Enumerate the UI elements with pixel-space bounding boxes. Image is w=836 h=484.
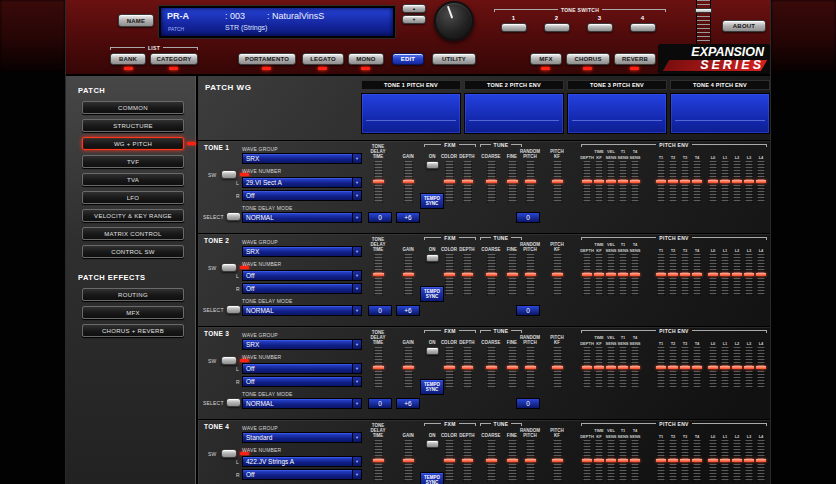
coarse-tune-slider[interactable] [487,440,496,482]
env-l1-slider[interactable] [721,254,729,296]
env-l3-slider[interactable] [745,440,753,482]
sidebar-item[interactable]: WG + PITCH [82,137,184,150]
env-t1-sens-slider[interactable] [619,161,627,203]
wave-number-left-dropdown[interactable]: Off ▼ [242,363,362,374]
wave-number-left-dropdown[interactable]: 422.JV Strings A ▼ [242,456,362,467]
sidebar-item[interactable]: TVA [82,173,184,186]
fxm-on-button[interactable] [426,440,439,448]
env-t1-sens-slider[interactable] [619,440,627,482]
env-t3-slider[interactable] [681,440,689,482]
tone-select-button[interactable] [226,212,241,221]
fxm-color-slider[interactable] [445,254,454,296]
env-depth-slider[interactable] [583,440,591,482]
random-pitch-slider[interactable] [526,254,535,296]
env-l2-slider[interactable] [733,347,741,389]
env-l3-slider[interactable] [745,161,753,203]
env-t2-slider[interactable] [669,347,677,389]
coarse-tune-slider[interactable] [487,254,496,296]
env-l1-slider[interactable] [721,161,729,203]
env-l3-slider[interactable] [745,347,753,389]
env-t4-slider[interactable] [693,347,701,389]
bank-button[interactable]: BANK [110,53,146,65]
env-time-kf-slider[interactable] [595,161,603,203]
value-down-button[interactable]: ▼ [402,15,426,24]
coarse-tune-slider[interactable] [487,347,496,389]
env-t3-slider[interactable] [681,161,689,203]
gain-slider[interactable] [404,440,413,482]
about-button[interactable]: ABOUT [722,20,766,32]
env-depth-slider[interactable] [583,347,591,389]
env-t4-sens-slider[interactable] [631,347,639,389]
wave-number-left-dropdown[interactable]: Off ▼ [242,270,362,281]
gain-slider[interactable] [404,347,413,389]
fxm-depth-slider[interactable] [463,440,472,482]
env-vel-sens-slider[interactable] [607,161,615,203]
env-l4-slider[interactable] [757,347,765,389]
tone-delay-mode-dropdown[interactable]: NORMAL ▼ [242,398,362,409]
wave-group-dropdown[interactable]: SRX ▼ [242,153,362,164]
pitch-kf-slider[interactable] [553,254,562,296]
sidebar-item[interactable]: ROUTING [82,288,184,301]
random-pitch-slider[interactable] [526,440,535,482]
wave-number-right-dropdown[interactable]: Off ▼ [242,376,362,387]
name-button[interactable]: NAME [118,14,154,27]
env-t4-slider[interactable] [693,254,701,296]
fxm-depth-slider[interactable] [463,161,472,203]
tone-sw-button[interactable] [221,263,237,272]
env-t1-slider[interactable] [657,347,665,389]
legato-button[interactable]: LEGATO [302,53,344,65]
fxm-on-button[interactable] [426,347,439,355]
tone-delay-time-value[interactable]: 0 [368,398,392,409]
tone-delay-time-value[interactable]: 0 [368,305,392,316]
tone-sw-button[interactable] [221,170,237,179]
tone-switch-button[interactable] [544,23,570,32]
gain-value[interactable]: +6 [396,212,420,223]
mfx-button[interactable]: MFX [530,53,562,65]
tone-select-button[interactable] [226,398,241,407]
sidebar-item[interactable]: STRUCTURE [82,119,184,132]
tempo-sync-button[interactable]: TEMPO SYNC [420,286,444,302]
tone-switch-button[interactable] [630,23,656,32]
env-l2-slider[interactable] [733,440,741,482]
wave-group-dropdown[interactable]: Standard ▼ [242,432,362,443]
sidebar-item[interactable]: VELOCITY & KEY RANGE [82,209,184,222]
tone-switch-button[interactable] [587,23,613,32]
random-pitch-value[interactable]: 0 [516,212,540,223]
pitch-kf-slider[interactable] [553,347,562,389]
env-l1-slider[interactable] [721,440,729,482]
env-l4-slider[interactable] [757,254,765,296]
level-knob[interactable] [434,1,474,41]
sidebar-item[interactable]: CONTROL SW [82,245,184,258]
env-t2-slider[interactable] [669,161,677,203]
tempo-sync-button[interactable]: TEMPO SYNC [420,379,444,395]
tone-delay-time-slider[interactable] [374,347,383,389]
env-t4-sens-slider[interactable] [631,254,639,296]
env-t1-slider[interactable] [657,254,665,296]
env-depth-slider[interactable] [583,161,591,203]
env-t4-slider[interactable] [693,440,701,482]
portamento-button[interactable]: PORTAMENTO [238,53,296,65]
random-pitch-slider[interactable] [526,347,535,389]
fxm-color-slider[interactable] [445,161,454,203]
env-l1-slider[interactable] [721,347,729,389]
chorus-button[interactable]: CHORUS [566,53,610,65]
fxm-color-slider[interactable] [445,440,454,482]
tempo-sync-button[interactable]: TEMPO SYNC [420,472,444,484]
env-l3-slider[interactable] [745,254,753,296]
env-t1-sens-slider[interactable] [619,347,627,389]
env-depth-slider[interactable] [583,254,591,296]
tone-delay-mode-dropdown[interactable]: NORMAL ▼ [242,212,362,223]
gain-slider[interactable] [404,161,413,203]
env-t1-slider[interactable] [657,161,665,203]
wave-number-right-dropdown[interactable]: Off ▼ [242,190,362,201]
tone-sw-button[interactable] [221,449,237,458]
env-t3-slider[interactable] [681,347,689,389]
utility-button[interactable]: UTILITY [432,53,476,65]
fxm-on-button[interactable] [426,161,439,169]
env-vel-sens-slider[interactable] [607,347,615,389]
env-l0-slider[interactable] [709,254,717,296]
tone-switch-button[interactable] [501,23,527,32]
gain-value[interactable]: +6 [396,305,420,316]
wave-group-dropdown[interactable]: SRX ▼ [242,339,362,350]
env-l4-slider[interactable] [757,440,765,482]
